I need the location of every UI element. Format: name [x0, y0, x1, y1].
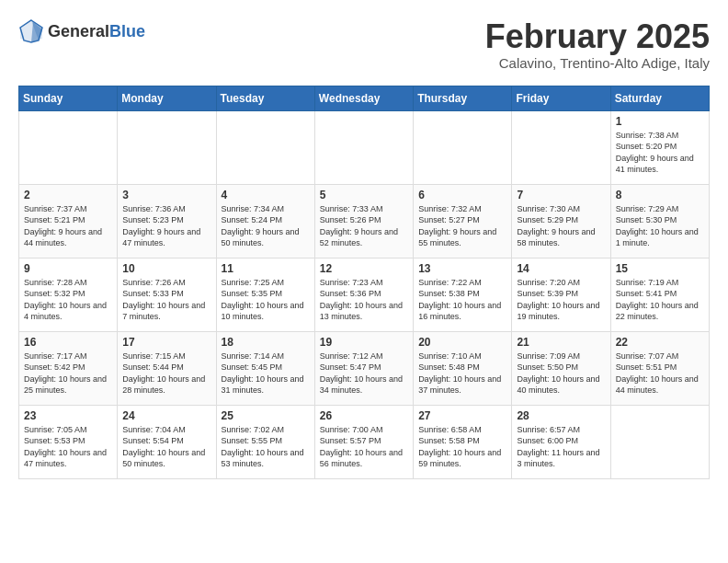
calendar-empty-cell: [216, 110, 314, 184]
day-number: 17: [122, 336, 210, 349]
day-number: 10: [122, 262, 210, 275]
day-number: 24: [122, 409, 210, 422]
calendar-day-cell: 15Sunrise: 7:19 AM Sunset: 5:41 PM Dayli…: [610, 258, 709, 331]
day-info: Sunrise: 7:26 AM Sunset: 5:33 PM Dayligh…: [122, 277, 210, 323]
day-number: 16: [24, 336, 112, 349]
weekday-header-thursday: Thursday: [414, 86, 512, 110]
day-number: 18: [222, 336, 310, 349]
day-info: Sunrise: 7:22 AM Sunset: 5:38 PM Dayligh…: [418, 277, 506, 323]
day-info: Sunrise: 7:04 AM Sunset: 5:54 PM Dayligh…: [122, 424, 210, 470]
calendar-day-cell: 14Sunrise: 7:20 AM Sunset: 5:39 PM Dayli…: [512, 258, 610, 331]
day-info: Sunrise: 7:33 AM Sunset: 5:26 PM Dayligh…: [320, 203, 408, 249]
day-info: Sunrise: 7:34 AM Sunset: 5:24 PM Dayligh…: [222, 203, 310, 249]
day-info: Sunrise: 7:23 AM Sunset: 5:36 PM Dayligh…: [320, 277, 408, 323]
calendar-day-cell: 1Sunrise: 7:38 AM Sunset: 5:20 PM Daylig…: [610, 110, 709, 184]
title-area: February 2025 Calavino, Trentino-Alto Ad…: [485, 18, 710, 71]
weekday-header-sunday: Sunday: [19, 86, 118, 110]
calendar-day-cell: 3Sunrise: 7:36 AM Sunset: 5:23 PM Daylig…: [118, 184, 216, 258]
day-info: Sunrise: 6:57 AM Sunset: 6:00 PM Dayligh…: [517, 424, 605, 470]
day-number: 22: [616, 336, 704, 349]
day-number: 1: [616, 115, 704, 128]
day-info: Sunrise: 7:20 AM Sunset: 5:39 PM Dayligh…: [517, 277, 605, 323]
day-number: 15: [616, 262, 704, 275]
day-info: Sunrise: 7:29 AM Sunset: 5:30 PM Dayligh…: [616, 203, 704, 249]
calendar-week-row: 16Sunrise: 7:17 AM Sunset: 5:42 PM Dayli…: [19, 331, 710, 405]
logo-icon: [18, 18, 44, 44]
day-number: 9: [24, 262, 112, 275]
day-number: 6: [418, 189, 506, 201]
day-info: Sunrise: 7:25 AM Sunset: 5:35 PM Dayligh…: [222, 277, 310, 323]
day-number: 28: [517, 409, 605, 422]
calendar-day-cell: 24Sunrise: 7:04 AM Sunset: 5:54 PM Dayli…: [118, 405, 216, 478]
day-info: Sunrise: 7:28 AM Sunset: 5:32 PM Dayligh…: [24, 277, 112, 323]
day-number: 3: [122, 189, 210, 201]
calendar-week-row: 23Sunrise: 7:05 AM Sunset: 5:53 PM Dayli…: [19, 405, 710, 478]
calendar-day-cell: 26Sunrise: 7:00 AM Sunset: 5:57 PM Dayli…: [314, 405, 413, 478]
day-number: 4: [222, 189, 310, 201]
day-number: 5: [320, 189, 408, 201]
calendar-day-cell: 19Sunrise: 7:12 AM Sunset: 5:47 PM Dayli…: [314, 331, 413, 405]
calendar-day-cell: 25Sunrise: 7:02 AM Sunset: 5:55 PM Dayli…: [216, 405, 314, 478]
weekday-header-friday: Friday: [512, 86, 610, 110]
calendar-table: SundayMondayTuesdayWednesdayThursdayFrid…: [18, 86, 710, 479]
calendar-day-cell: 2Sunrise: 7:37 AM Sunset: 5:21 PM Daylig…: [19, 184, 118, 258]
day-info: Sunrise: 7:15 AM Sunset: 5:44 PM Dayligh…: [122, 350, 210, 396]
day-info: Sunrise: 7:30 AM Sunset: 5:29 PM Dayligh…: [517, 203, 605, 249]
calendar-day-cell: 27Sunrise: 6:58 AM Sunset: 5:58 PM Dayli…: [414, 405, 512, 478]
calendar-empty-cell: [118, 110, 216, 184]
day-number: 23: [24, 409, 112, 422]
day-number: 20: [418, 336, 506, 349]
day-info: Sunrise: 6:58 AM Sunset: 5:58 PM Dayligh…: [418, 424, 506, 470]
calendar-empty-cell: [512, 110, 610, 184]
day-number: 7: [517, 189, 605, 201]
day-info: Sunrise: 7:19 AM Sunset: 5:41 PM Dayligh…: [616, 277, 704, 323]
calendar-week-row: 2Sunrise: 7:37 AM Sunset: 5:21 PM Daylig…: [19, 184, 710, 258]
calendar-day-cell: 22Sunrise: 7:07 AM Sunset: 5:51 PM Dayli…: [610, 331, 709, 405]
location-title: Calavino, Trentino-Alto Adige, Italy: [485, 55, 710, 71]
calendar-day-cell: 18Sunrise: 7:14 AM Sunset: 5:45 PM Dayli…: [216, 331, 314, 405]
calendar-day-cell: 6Sunrise: 7:32 AM Sunset: 5:27 PM Daylig…: [414, 184, 512, 258]
calendar-empty-cell: [314, 110, 413, 184]
day-info: Sunrise: 7:09 AM Sunset: 5:50 PM Dayligh…: [517, 350, 605, 396]
day-number: 12: [320, 262, 408, 275]
day-info: Sunrise: 7:38 AM Sunset: 5:20 PM Dayligh…: [616, 130, 704, 176]
day-number: 11: [222, 262, 310, 275]
weekday-header-tuesday: Tuesday: [216, 86, 314, 110]
day-number: 27: [418, 409, 506, 422]
day-info: Sunrise: 7:17 AM Sunset: 5:42 PM Dayligh…: [24, 350, 112, 396]
calendar-empty-cell: [414, 110, 512, 184]
day-number: 14: [517, 262, 605, 275]
calendar-day-cell: 5Sunrise: 7:33 AM Sunset: 5:26 PM Daylig…: [314, 184, 413, 258]
calendar-day-cell: 13Sunrise: 7:22 AM Sunset: 5:38 PM Dayli…: [414, 258, 512, 331]
weekday-header-saturday: Saturday: [610, 86, 709, 110]
weekday-header-monday: Monday: [118, 86, 216, 110]
day-number: 25: [222, 409, 310, 422]
day-info: Sunrise: 7:02 AM Sunset: 5:55 PM Dayligh…: [222, 424, 310, 470]
day-info: Sunrise: 7:00 AM Sunset: 5:57 PM Dayligh…: [320, 424, 408, 470]
calendar-day-cell: 16Sunrise: 7:17 AM Sunset: 5:42 PM Dayli…: [19, 331, 118, 405]
calendar-day-cell: 8Sunrise: 7:29 AM Sunset: 5:30 PM Daylig…: [610, 184, 709, 258]
logo: GeneralBlue: [18, 18, 145, 44]
day-info: Sunrise: 7:10 AM Sunset: 5:48 PM Dayligh…: [418, 350, 506, 396]
calendar-day-cell: 4Sunrise: 7:34 AM Sunset: 5:24 PM Daylig…: [216, 184, 314, 258]
logo-text: GeneralBlue: [48, 22, 145, 41]
calendar-day-cell: 28Sunrise: 6:57 AM Sunset: 6:00 PM Dayli…: [512, 405, 610, 478]
day-info: Sunrise: 7:12 AM Sunset: 5:47 PM Dayligh…: [320, 350, 408, 396]
calendar-day-cell: 10Sunrise: 7:26 AM Sunset: 5:33 PM Dayli…: [118, 258, 216, 331]
day-info: Sunrise: 7:05 AM Sunset: 5:53 PM Dayligh…: [24, 424, 112, 470]
day-info: Sunrise: 7:14 AM Sunset: 5:45 PM Dayligh…: [222, 350, 310, 396]
day-number: 13: [418, 262, 506, 275]
month-title: February 2025: [485, 18, 710, 55]
calendar-day-cell: 11Sunrise: 7:25 AM Sunset: 5:35 PM Dayli…: [216, 258, 314, 331]
day-info: Sunrise: 7:07 AM Sunset: 5:51 PM Dayligh…: [616, 350, 704, 396]
day-info: Sunrise: 7:32 AM Sunset: 5:27 PM Dayligh…: [418, 203, 506, 249]
calendar-day-cell: 9Sunrise: 7:28 AM Sunset: 5:32 PM Daylig…: [19, 258, 118, 331]
calendar-day-cell: 21Sunrise: 7:09 AM Sunset: 5:50 PM Dayli…: [512, 331, 610, 405]
weekday-header-wednesday: Wednesday: [314, 86, 413, 110]
calendar-week-row: 1Sunrise: 7:38 AM Sunset: 5:20 PM Daylig…: [19, 110, 710, 184]
day-number: 26: [320, 409, 408, 422]
day-number: 8: [616, 189, 704, 201]
day-info: Sunrise: 7:37 AM Sunset: 5:21 PM Dayligh…: [24, 203, 112, 249]
day-number: 2: [24, 189, 112, 201]
header: GeneralBlue February 2025 Calavino, Tren…: [18, 18, 710, 71]
